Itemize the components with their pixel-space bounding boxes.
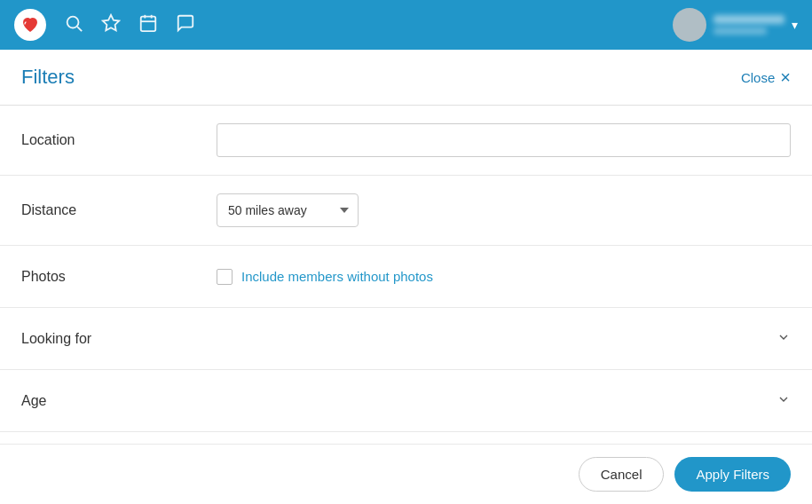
photos-checkbox-label[interactable]: Include members without photos — [241, 269, 433, 284]
filter-panel: Filters Close × Location Distance 10 mil… — [0, 50, 812, 504]
svg-marker-2 — [103, 14, 119, 29]
calendar-icon[interactable] — [138, 13, 158, 37]
distance-label: Distance — [21, 202, 217, 218]
location-filter-row: Location — [0, 106, 812, 176]
apply-filters-button[interactable]: Apply Filters — [674, 457, 791, 492]
looking-for-filter-row[interactable]: Looking for — [0, 308, 812, 370]
search-icon[interactable] — [64, 13, 83, 37]
location-control — [217, 123, 791, 157]
navbar-left — [14, 9, 195, 41]
user-name — [713, 15, 784, 24]
chevron-down-icon: ▾ — [792, 18, 798, 32]
navbar: ▾ — [0, 0, 812, 50]
user-info — [713, 15, 784, 35]
filter-body: Location Distance 10 miles away 25 miles… — [0, 106, 812, 444]
star-icon[interactable] — [101, 13, 121, 37]
close-button[interactable]: Close × — [741, 67, 791, 88]
photos-label: Photos — [21, 269, 217, 285]
distance-control: 10 miles away 25 miles away 50 miles awa… — [217, 193, 791, 227]
user-subtitle — [713, 28, 767, 35]
location-input[interactable] — [217, 123, 791, 157]
looking-for-chevron-icon — [777, 330, 791, 348]
looking-for-label: Looking for — [21, 331, 777, 347]
close-icon: × — [780, 67, 791, 88]
close-label: Close — [741, 70, 775, 85]
distance-filter-row: Distance 10 miles away 25 miles away 50 … — [0, 176, 812, 246]
photos-filter-row: Photos Include members without photos — [0, 246, 812, 308]
distance-select[interactable]: 10 miles away 25 miles away 50 miles awa… — [217, 193, 359, 227]
svg-point-0 — [67, 16, 79, 28]
age-filter-row[interactable]: Age — [0, 370, 812, 432]
app-logo[interactable] — [14, 9, 46, 41]
filter-footer: Cancel Apply Filters — [0, 444, 812, 504]
age-label: Age — [21, 393, 777, 409]
photos-checkbox[interactable] — [217, 269, 233, 285]
photos-control: Include members without photos — [217, 269, 791, 285]
age-chevron-icon — [777, 392, 791, 410]
user-menu[interactable]: ▾ — [673, 8, 798, 42]
svg-line-1 — [77, 27, 82, 31]
location-label: Location — [21, 132, 217, 148]
filter-title: Filters — [21, 66, 75, 89]
filter-header: Filters Close × — [0, 50, 812, 106]
cancel-button[interactable]: Cancel — [579, 457, 665, 492]
messages-icon[interactable] — [176, 13, 195, 37]
avatar — [673, 8, 706, 42]
svg-rect-3 — [141, 16, 156, 30]
